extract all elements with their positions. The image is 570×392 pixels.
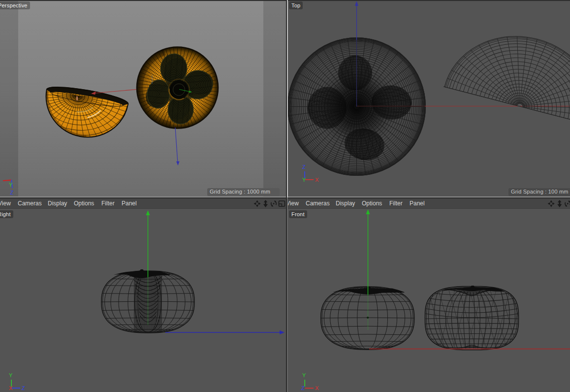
svg-text:X: X [315, 177, 319, 183]
svg-text:X: X [315, 385, 319, 391]
svg-text:Y: Y [9, 182, 13, 188]
svg-text:Z: Z [10, 190, 14, 196]
svg-text:Z: Z [302, 164, 306, 170]
svg-text:Y: Y [9, 372, 13, 378]
svg-text:Y: Y [302, 372, 306, 378]
svg-text:Z: Z [22, 385, 25, 391]
svg-text:Z: Z [301, 385, 305, 391]
